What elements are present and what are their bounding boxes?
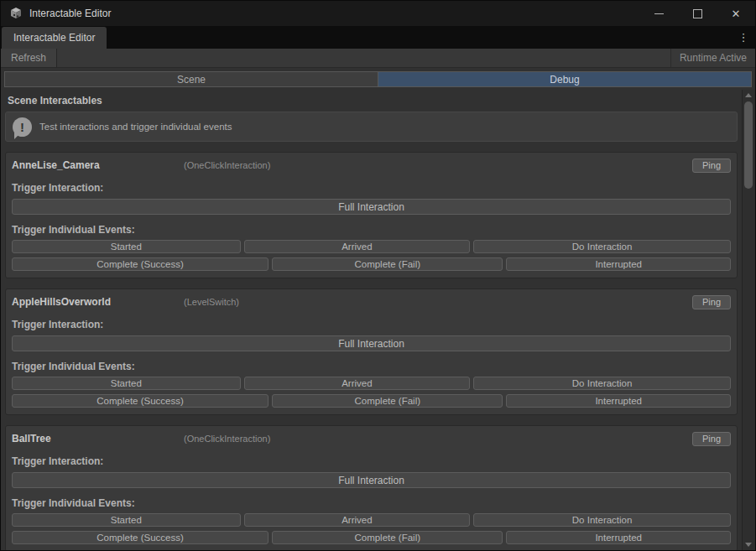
close-button[interactable]: ✕ [717,1,755,26]
events-row-1: Started Arrived Do Interaction [12,513,731,527]
window-controls: ✕ [639,1,755,26]
scroll-down-arrow-icon[interactable] [745,543,752,547]
entry-header: AnneLise_Camera (OneClickInteraction) Pi… [12,158,731,173]
full-interaction-button[interactable]: Full Interaction [12,472,731,488]
scroll-up-arrow-icon[interactable] [745,93,752,97]
events-row-2: Complete (Success) Complete (Fail) Inter… [12,394,731,408]
entry-header: AppleHillsOverworld (LevelSwitch) Ping [12,294,731,309]
trigger-events-label: Trigger Individual Events: [12,497,731,509]
ping-button[interactable]: Ping [692,159,731,173]
do-interaction-button[interactable]: Do Interaction [473,513,731,527]
full-interaction-button[interactable]: Full Interaction [12,335,731,351]
tab-interactable-editor[interactable]: Interactable Editor [2,27,107,49]
complete-success-button[interactable]: Complete (Success) [12,257,269,271]
events-row-1: Started Arrived Do Interaction [12,240,731,253]
title-bar: Interactable Editor ✕ [1,1,755,26]
entry-name: BallTree [12,433,184,444]
vertical-scrollbar[interactable] [742,90,755,550]
toolbar: Refresh Runtime Active [1,49,755,68]
started-button[interactable]: Started [12,377,241,390]
entry-type: (LevelSwitch) [184,297,239,307]
minimize-icon [654,13,664,14]
tab-scene[interactable]: Scene [4,71,378,87]
help-box: ! Test interactions and trigger individu… [5,112,738,142]
interactable-entry: BallTree (OneClickInteraction) Ping Trig… [5,425,738,550]
events-row-2: Complete (Success) Complete (Fail) Inter… [12,531,731,544]
full-interaction-button[interactable]: Full Interaction [12,199,731,215]
interrupted-button[interactable]: Interrupted [506,531,731,544]
trigger-events-label: Trigger Individual Events: [12,224,731,236]
started-button[interactable]: Started [12,513,241,527]
runtime-active-label: Runtime Active [670,49,755,67]
kebab-menu-icon[interactable]: ⋮ [732,27,755,49]
arrived-button[interactable]: Arrived [244,377,471,390]
help-text: Test interactions and trigger individual… [39,122,232,132]
entry-header: BallTree (OneClickInteraction) Ping [12,431,731,446]
arrived-button[interactable]: Arrived [244,513,471,527]
complete-fail-button[interactable]: Complete (Fail) [272,257,503,271]
tab-strip: Interactable Editor ⋮ [1,26,755,49]
arrived-button[interactable]: Arrived [244,240,471,253]
interrupted-button[interactable]: Interrupted [506,394,731,408]
do-interaction-button[interactable]: Do Interaction [473,377,731,390]
interrupted-button[interactable]: Interrupted [506,257,731,271]
scroll-content: Scene Interactables ! Test interactions … [1,90,742,550]
complete-success-button[interactable]: Complete (Success) [12,531,269,544]
complete-success-button[interactable]: Complete (Success) [12,394,269,408]
ping-button[interactable]: Ping [692,432,731,446]
interactable-entry: AppleHillsOverworld (LevelSwitch) Ping T… [5,288,738,415]
ping-button[interactable]: Ping [692,295,731,309]
info-icon: ! [13,117,32,137]
scrollbar-thumb[interactable] [744,101,753,189]
entry-type: (OneClickInteraction) [184,160,270,170]
entry-type: (OneClickInteraction) [184,434,270,444]
maximize-button[interactable] [678,1,717,26]
trigger-interaction-label: Trigger Interaction: [12,319,731,330]
entry-name: AppleHillsOverworld [12,296,184,308]
events-row-2: Complete (Success) Complete (Fail) Inter… [12,257,731,271]
do-interaction-button[interactable]: Do Interaction [473,240,731,253]
window-title: Interactable Editor [29,8,111,19]
complete-fail-button[interactable]: Complete (Fail) [272,394,503,408]
main-area: Scene Interactables ! Test interactions … [1,90,755,550]
trigger-interaction-label: Trigger Interaction: [12,182,731,194]
started-button[interactable]: Started [12,240,241,253]
trigger-events-label: Trigger Individual Events: [12,361,731,372]
minimize-button[interactable] [639,1,678,26]
unity-cube-icon [8,7,23,21]
refresh-button[interactable]: Refresh [1,49,57,67]
events-row-1: Started Arrived Do Interaction [12,377,731,390]
interactable-editor-window: Interactable Editor ✕ Interactable Edito… [0,0,756,551]
tab-debug[interactable]: Debug [378,71,752,87]
complete-fail-button[interactable]: Complete (Fail) [272,531,503,544]
interactable-entry: AnneLise_Camera (OneClickInteraction) Pi… [5,152,738,278]
maximize-icon [693,9,702,18]
view-toggle: Scene Debug [4,71,752,87]
section-title: Scene Interactables [8,95,735,107]
trigger-interaction-label: Trigger Interaction: [12,455,731,467]
entry-name: AnneLise_Camera [12,159,184,171]
close-icon: ✕ [732,8,741,19]
